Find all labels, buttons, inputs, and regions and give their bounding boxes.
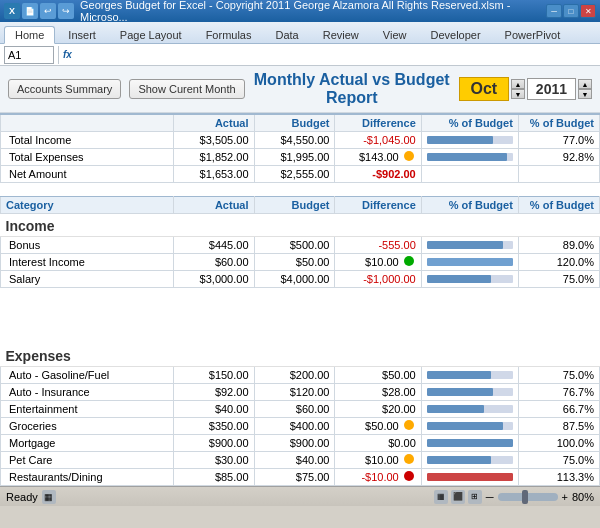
pet-care-diff: $10.00 bbox=[335, 451, 421, 468]
formula-input[interactable] bbox=[76, 46, 596, 64]
salary-row: Salary $3,000.00 $4,000.00 -$1,000.00 75… bbox=[1, 271, 600, 288]
spreadsheet-area[interactable]: Actual Budget Difference % of Budget % o… bbox=[0, 113, 600, 486]
tab-home[interactable]: Home bbox=[4, 26, 55, 44]
undo-icon[interactable]: ↩ bbox=[40, 3, 56, 19]
pet-care-label: Pet Care bbox=[1, 451, 174, 468]
net-amount-pct bbox=[518, 166, 599, 183]
redo-icon[interactable]: ↪ bbox=[58, 3, 74, 19]
groceries-actual: $350.00 bbox=[173, 417, 254, 434]
auto-insurance-row: Auto - Insurance $92.00 $120.00 $28.00 7… bbox=[1, 383, 600, 400]
formula-divider bbox=[58, 46, 59, 64]
salary-actual: $3,000.00 bbox=[173, 271, 254, 288]
col-actual-header: Actual bbox=[173, 114, 254, 132]
page-break-icon[interactable]: ⊞ bbox=[468, 490, 482, 504]
app-icons: X 📄 ↩ ↪ bbox=[4, 3, 74, 19]
maximize-btn[interactable]: □ bbox=[563, 4, 579, 18]
total-income-diff: -$1,045.00 bbox=[335, 132, 421, 149]
tab-view[interactable]: View bbox=[372, 26, 418, 43]
income-spacer-2 bbox=[1, 302, 600, 316]
ribbon-tabs: Home Insert Page Layout Formulas Data Re… bbox=[0, 22, 600, 44]
accounts-summary-button[interactable]: Accounts Summary bbox=[8, 79, 121, 99]
restaurants-progress bbox=[421, 468, 518, 485]
col-label bbox=[1, 114, 174, 132]
zoom-plus[interactable]: + bbox=[562, 491, 568, 503]
cat-col-actual: Actual bbox=[173, 197, 254, 214]
tab-page-layout[interactable]: Page Layout bbox=[109, 26, 193, 43]
minimize-btn[interactable]: ─ bbox=[546, 4, 562, 18]
auto-gas-pct: 75.0% bbox=[518, 366, 599, 383]
zoom-slider[interactable] bbox=[498, 493, 558, 501]
col-pct-budget2-header: % of Budget bbox=[518, 114, 599, 132]
category-header-row: Category Actual Budget Difference % of B… bbox=[1, 197, 600, 214]
entertainment-budget: $60.00 bbox=[254, 400, 335, 417]
auto-insurance-budget: $120.00 bbox=[254, 383, 335, 400]
total-expenses-pct: 92.8% bbox=[518, 149, 599, 166]
normal-view-icon[interactable]: ▦ bbox=[434, 490, 448, 504]
cell-reference[interactable] bbox=[4, 46, 54, 64]
entertainment-row: Entertainment $40.00 $60.00 $20.00 66.7% bbox=[1, 400, 600, 417]
restaurants-actual: $85.00 bbox=[173, 468, 254, 485]
cell-phone-pct: 71.4% bbox=[518, 485, 599, 486]
mortgage-actual: $900.00 bbox=[173, 434, 254, 451]
bonus-row: Bonus $445.00 $500.00 -555.00 89.0% bbox=[1, 237, 600, 254]
month-up-button[interactable]: ▲ bbox=[511, 79, 525, 89]
income-section-header: Income bbox=[1, 214, 600, 237]
auto-gas-row: Auto - Gasoline/Fuel $150.00 $200.00 $50… bbox=[1, 366, 600, 383]
auto-insurance-actual: $92.00 bbox=[173, 383, 254, 400]
tab-data[interactable]: Data bbox=[264, 26, 309, 43]
total-expenses-row: Total Expenses $1,852.00 $1,995.00 $143.… bbox=[1, 149, 600, 166]
bonus-budget: $500.00 bbox=[254, 237, 335, 254]
mortgage-budget: $900.00 bbox=[254, 434, 335, 451]
restaurants-diff: -$10.00 bbox=[335, 468, 421, 485]
groceries-budget: $400.00 bbox=[254, 417, 335, 434]
tab-powerpivot[interactable]: PowerPivot bbox=[494, 26, 572, 43]
tab-insert[interactable]: Insert bbox=[57, 26, 107, 43]
tab-formulas[interactable]: Formulas bbox=[195, 26, 263, 43]
auto-insurance-progress bbox=[421, 383, 518, 400]
total-income-actual: $3,505.00 bbox=[173, 132, 254, 149]
salary-label: Salary bbox=[1, 271, 174, 288]
col-budget-header: Budget bbox=[254, 114, 335, 132]
cat-col-budget: Budget bbox=[254, 197, 335, 214]
cat-col-diff: Difference bbox=[335, 197, 421, 214]
interest-pct: 120.0% bbox=[518, 254, 599, 271]
toolbar: Accounts Summary Show Curent Month Month… bbox=[0, 66, 600, 113]
page-layout-icon[interactable]: ⬛ bbox=[451, 490, 465, 504]
year-down-button[interactable]: ▼ bbox=[578, 89, 592, 99]
cat-col-pct: % of Budget bbox=[421, 197, 518, 214]
total-expenses-diff: $143.00 bbox=[335, 149, 421, 166]
interest-label: Interest Income bbox=[1, 254, 174, 271]
tab-review[interactable]: Review bbox=[312, 26, 370, 43]
file-icon: 📄 bbox=[22, 3, 38, 19]
auto-gas-progress bbox=[421, 366, 518, 383]
total-income-row: Total Income $3,505.00 $4,550.00 -$1,045… bbox=[1, 132, 600, 149]
total-expenses-progress bbox=[421, 149, 518, 166]
show-current-month-button[interactable]: Show Curent Month bbox=[129, 79, 244, 99]
budget-table: Actual Budget Difference % of Budget % o… bbox=[0, 113, 600, 486]
mortgage-row: Mortgage $900.00 $900.00 $0.00 100.0% bbox=[1, 434, 600, 451]
restaurants-pct: 113.3% bbox=[518, 468, 599, 485]
tab-developer[interactable]: Developer bbox=[419, 26, 491, 43]
mortgage-progress bbox=[421, 434, 518, 451]
cell-phone-label: Utilities - Cell Phone bbox=[1, 485, 174, 486]
status-right: ▦ ⬛ ⊞ ─ + 80% bbox=[434, 490, 594, 504]
close-btn[interactable]: ✕ bbox=[580, 4, 596, 18]
groceries-progress bbox=[421, 417, 518, 434]
zoom-minus[interactable]: ─ bbox=[486, 491, 494, 503]
year-up-button[interactable]: ▲ bbox=[578, 79, 592, 89]
entertainment-label: Entertainment bbox=[1, 400, 174, 417]
formula-bar: fx bbox=[0, 44, 600, 66]
bonus-actual: $445.00 bbox=[173, 237, 254, 254]
restaurants-label: Restaurants/Dining bbox=[1, 468, 174, 485]
status-bar: Ready ▦ ▦ ⬛ ⊞ ─ + 80% bbox=[0, 486, 600, 506]
net-amount-row: Net Amount $1,653.00 $2,555.00 -$902.00 bbox=[1, 166, 600, 183]
groceries-pct: 87.5% bbox=[518, 417, 599, 434]
zoom-level: 80% bbox=[572, 491, 594, 503]
total-income-progress bbox=[421, 132, 518, 149]
auto-gas-label: Auto - Gasoline/Fuel bbox=[1, 366, 174, 383]
window-controls: ─ □ ✕ bbox=[546, 4, 596, 18]
restaurants-budget: $75.00 bbox=[254, 468, 335, 485]
report-title: Monthly Actual vs Budget Report bbox=[253, 71, 451, 107]
month-down-button[interactable]: ▼ bbox=[511, 89, 525, 99]
fx-icon[interactable]: fx bbox=[63, 49, 72, 60]
